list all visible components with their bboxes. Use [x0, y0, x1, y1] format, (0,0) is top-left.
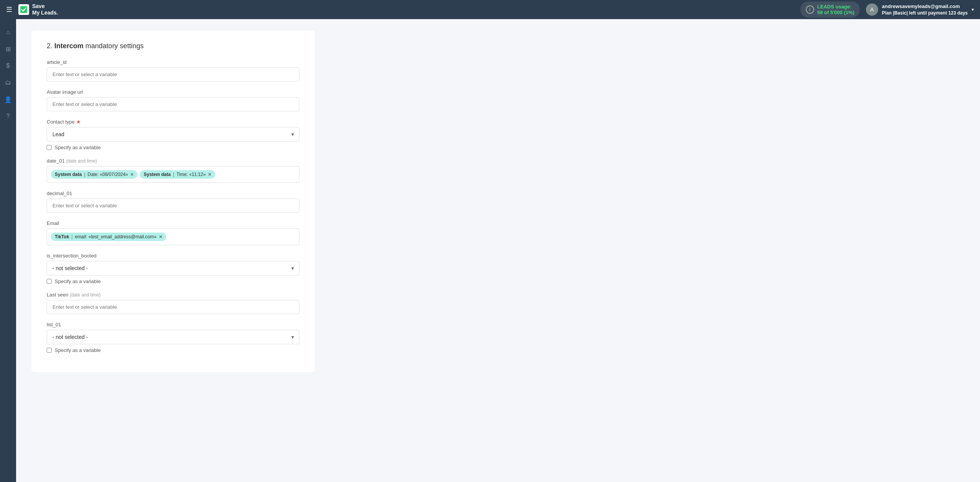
label-contact-type: Contact type ★ [47, 119, 299, 125]
field-date-01: date_01 (date and time) System data | Da… [47, 158, 299, 183]
input-article-id[interactable] [47, 67, 299, 81]
logo-text: Save My Leads. [32, 3, 58, 16]
section-title: 2. Intercom mandatory settings [47, 42, 299, 50]
tag-close-time[interactable]: ✕ [208, 172, 211, 177]
select-is-intersection-booted[interactable]: - not selected - true false [47, 261, 299, 275]
sidebar-item-briefcase[interactable]: 🗂 [1, 76, 15, 90]
field-contact-type: Contact type ★ Lead User Company Specify… [47, 119, 299, 150]
tag-close-date[interactable]: ✕ [130, 172, 134, 177]
select-contact-type[interactable]: Lead User Company [47, 127, 299, 142]
input-last-seen[interactable] [47, 300, 299, 314]
label-date-01: date_01 (date and time) [47, 158, 299, 164]
specify-variable-contact-type[interactable]: Specify as a variable [47, 145, 299, 150]
tags-email[interactable]: TikTok | email: «test_email_address@mail… [47, 228, 299, 245]
topbar-left: ☰ Save My Leads. [6, 3, 58, 16]
layout: ⌂ ⊞ $ 🗂 👤 ? 2. Intercom mandatory settin… [0, 19, 980, 482]
field-list-01: list_01 - not selected - Specify as a va… [47, 322, 299, 353]
select-wrapper-contact-type: Lead User Company [47, 127, 299, 142]
leads-usage: i LEADS usage: 59 of 5'000 (1%) [800, 2, 860, 18]
tag-date: System data | Date: «08/07/2024» ✕ [51, 170, 137, 179]
field-is-intersection-booted: is_intersection_booted - not selected - … [47, 253, 299, 284]
leads-usage-text: LEADS usage: 59 of 5'000 (1%) [817, 4, 854, 15]
logo: Save My Leads. [18, 3, 58, 16]
checkbox-specify-list-01[interactable] [47, 348, 52, 353]
tag-time: System data | Time: «11:12» ✕ [140, 170, 215, 179]
field-email: Email TikTok | email: «test_email_addres… [47, 220, 299, 245]
tag-email: TikTok | email: «test_email_address@mail… [51, 233, 166, 241]
tag-close-email[interactable]: ✕ [159, 234, 162, 239]
chevron-down-icon: ▾ [972, 7, 974, 12]
user-plan: Plan |Basic| left until payment 123 days [882, 10, 968, 16]
label-article-id: article_id [47, 59, 299, 65]
form-container: 2. Intercom mandatory settings article_i… [31, 31, 315, 372]
info-icon: i [806, 5, 814, 14]
avatar: A [866, 3, 878, 16]
select-list-01[interactable]: - not selected - [47, 330, 299, 344]
select-wrapper-list-01: - not selected - [47, 330, 299, 344]
leads-pct: (1%) [844, 10, 854, 15]
input-decimal-01[interactable] [47, 199, 299, 213]
sidebar: ⌂ ⊞ $ 🗂 👤 ? [0, 19, 16, 482]
sidebar-item-help[interactable]: ? [1, 109, 15, 123]
field-article-id: article_id [47, 59, 299, 81]
main-content: 2. Intercom mandatory settings article_i… [16, 19, 980, 482]
specify-variable-list-01[interactable]: Specify as a variable [47, 347, 299, 353]
user-details: andrewsavemyleads@gmail.com Plan |Basic|… [882, 3, 968, 16]
label-list-01: list_01 [47, 322, 299, 327]
leads-total: 5'000 [830, 10, 843, 15]
tags-date-01[interactable]: System data | Date: «08/07/2024» ✕ Syste… [47, 166, 299, 183]
sidebar-item-user[interactable]: 👤 [1, 93, 15, 106]
input-avatar-image-url[interactable] [47, 97, 299, 111]
label-avatar-image-url: Avatar image url [47, 89, 299, 95]
label-is-intersection-booted: is_intersection_booted [47, 253, 299, 259]
checkbox-specify-intersection[interactable] [47, 279, 52, 284]
specify-variable-intersection[interactable]: Specify as a variable [47, 278, 299, 284]
sidebar-item-home[interactable]: ⌂ [1, 25, 15, 39]
sidebar-item-dollar[interactable]: $ [1, 59, 15, 73]
label-last-seen: Last seen (date and time) [47, 292, 299, 298]
select-wrapper-intersection: - not selected - true false [47, 261, 299, 275]
sidebar-item-grid[interactable]: ⊞ [1, 42, 15, 56]
field-last-seen: Last seen (date and time) [47, 292, 299, 314]
topbar-right: i LEADS usage: 59 of 5'000 (1%) A andrew… [800, 2, 974, 18]
hamburger-menu[interactable]: ☰ [6, 5, 12, 14]
user-info[interactable]: A andrewsavemyleads@gmail.com Plan |Basi… [866, 3, 974, 16]
checkbox-specify-contact-type[interactable] [47, 145, 52, 150]
topbar: ☰ Save My Leads. i LEADS usage: 59 of [0, 0, 980, 19]
logo-icon [18, 4, 29, 15]
user-email: andrewsavemyleads@gmail.com [882, 3, 968, 10]
leads-used: 59 [817, 10, 823, 15]
label-email: Email [47, 220, 299, 226]
field-avatar-image-url: Avatar image url [47, 89, 299, 111]
field-decimal-01: decimal_01 [47, 191, 299, 213]
label-decimal-01: decimal_01 [47, 191, 299, 196]
leads-separator: of [824, 10, 830, 15]
days-left: 123 days [948, 10, 968, 16]
